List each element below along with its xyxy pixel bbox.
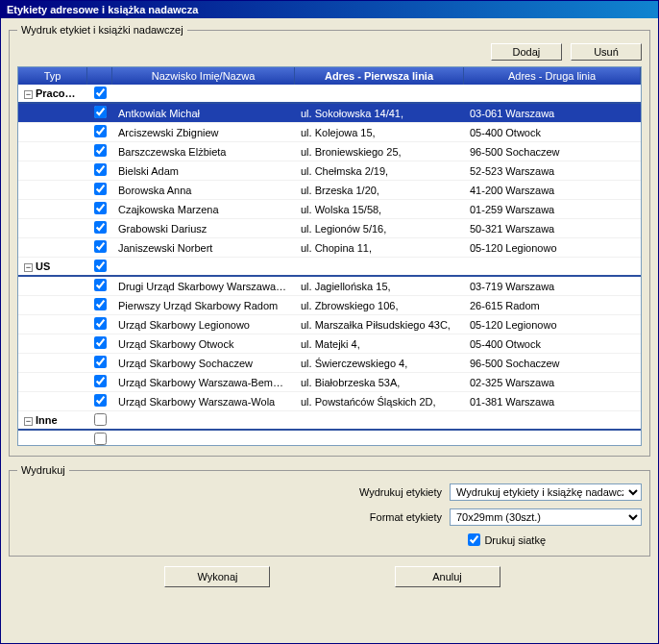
- execute-button[interactable]: Wykonaj: [164, 566, 270, 587]
- table-row[interactable]: Urząd Skarbowy Legionowoul. Marszałka Pi…: [18, 315, 641, 334]
- row-name: [112, 438, 295, 442]
- row-name: Urząd Skarbowy Warszawa-Bemowo: [112, 375, 295, 390]
- table-row[interactable]: Pierwszy Urząd Skarbowy Radomul. Zbrowsk…: [18, 296, 641, 315]
- row-adr1: [295, 438, 464, 442]
- grid-checkbox[interactable]: [468, 533, 480, 546]
- row-adr1: ul. Brzeska 1/20,: [295, 183, 464, 198]
- grid-label[interactable]: Drukuj siatkę: [484, 534, 546, 546]
- row-adr1: ul. Legionów 5/16,: [295, 221, 464, 236]
- col-adr1[interactable]: Adres - Pierwsza linia: [295, 67, 464, 85]
- row-name: Janiszewski Norbert: [112, 240, 295, 256]
- row-check-cell: [87, 354, 112, 372]
- row-checkbox[interactable]: [94, 106, 107, 118]
- row-name: Urząd Skarbowy Sochaczew: [112, 356, 295, 371]
- window: Etykiety adresowe i książka nadawcza Wyd…: [0, 0, 659, 644]
- row-check-cell: [87, 277, 112, 295]
- row-adr1: ul. Białobrzeska 53A,: [295, 375, 464, 390]
- row-check-cell: [87, 315, 112, 334]
- table-row[interactable]: Bielski Adamul. Chełmska 2/19,52-523 War…: [18, 161, 641, 181]
- table-row[interactable]: [18, 431, 641, 446]
- row-adr1: ul. Sokołowska 14/41,: [295, 106, 464, 121]
- group-checkbox[interactable]: [94, 413, 107, 426]
- row-check-cell: [87, 392, 112, 410]
- add-button[interactable]: Dodaj: [491, 43, 562, 61]
- group-row[interactable]: −Pracownik: [18, 85, 641, 104]
- row-checkbox[interactable]: [94, 163, 107, 176]
- row-adr1: ul. Powstańców Śląskich 2D,: [295, 394, 464, 409]
- print-label: Wydrukuj etykiety: [307, 486, 442, 498]
- row-adr2: 01-381 Warszawa: [464, 394, 641, 409]
- remove-button[interactable]: Usuń: [571, 43, 642, 61]
- row-adr2: 05-400 Otwock: [464, 336, 641, 352]
- row-checkbox[interactable]: [94, 183, 107, 195]
- format-select[interactable]: 70x29mm (30szt.): [450, 508, 642, 526]
- row-check-cell: [87, 161, 112, 180]
- grid-row: Drukuj siatkę: [17, 533, 642, 546]
- table-row[interactable]: Urząd Skarbowy Sochaczewul. Świerczewski…: [18, 354, 641, 373]
- col-typ[interactable]: Typ: [18, 67, 87, 85]
- group-checkbox[interactable]: [94, 87, 107, 99]
- row-adr2: 52-523 Warszawa: [464, 163, 641, 179]
- row-adr2: 03-719 Warszawa: [464, 279, 641, 294]
- table-row[interactable]: Urząd Skarbowy Otwockul. Matejki 4,05-40…: [18, 334, 641, 354]
- row-checkbox[interactable]: [94, 433, 107, 445]
- expander-icon[interactable]: −: [24, 417, 33, 426]
- group-label: −Pracownik: [18, 86, 87, 101]
- row-checkbox[interactable]: [94, 240, 107, 253]
- table-row[interactable]: Barszczewska Elżbietaul. Broniewskiego 2…: [18, 142, 641, 161]
- row-checkbox[interactable]: [94, 279, 107, 291]
- grid-body: −PracownikAntkowiak Michałul. Sokołowska…: [18, 85, 641, 446]
- table-row[interactable]: Borowska Annaul. Brzeska 1/20,41-200 War…: [18, 181, 641, 200]
- row-adr2: 50-321 Warszawa: [464, 221, 641, 236]
- group-row[interactable]: −Inne: [18, 411, 641, 431]
- format-label: Format etykiety: [307, 511, 442, 523]
- table-row[interactable]: Antkowiak Michałul. Sokołowska 14/41,03-…: [18, 104, 641, 123]
- row-name: Czajkowska Marzena: [112, 202, 295, 217]
- row-name: Grabowski Dariusz: [112, 221, 295, 236]
- table-row[interactable]: Drugi Urząd Skarbowy Warszawa-Śró...ul. …: [18, 277, 641, 296]
- output-group: Wydrukuj Wydrukuj etykiety Wydrukuj etyk…: [9, 464, 650, 557]
- print-group: Wydruk etykiet i książki nadawczej Dodaj…: [9, 24, 650, 457]
- row-check-cell: [87, 200, 112, 218]
- row-adr2: 03-061 Warszawa: [464, 106, 641, 121]
- row-checkbox[interactable]: [94, 356, 107, 368]
- row-checkbox[interactable]: [94, 298, 107, 310]
- window-title: Etykiety adresowe i książka nadawcza: [7, 4, 198, 15]
- row-checkbox[interactable]: [94, 375, 107, 387]
- row-checkbox[interactable]: [94, 394, 107, 407]
- row-name: Bielski Adam: [112, 163, 295, 179]
- row-name: Urząd Skarbowy Otwock: [112, 336, 295, 352]
- print-group-legend: Wydruk etykiet i książki nadawczej: [17, 24, 187, 36]
- group-checkbox[interactable]: [94, 260, 107, 272]
- print-select[interactable]: Wydrukuj etykiety i książkę nadawczą: [450, 483, 642, 501]
- group-row[interactable]: −US: [18, 258, 641, 277]
- table-row[interactable]: Urząd Skarbowy Warszawa-Wolaul. Powstańc…: [18, 392, 641, 411]
- table-row[interactable]: Janiszewski Norbertul. Chopina 11,05-120…: [18, 238, 641, 258]
- row-checkbox[interactable]: [94, 317, 107, 330]
- row-check-cell: [87, 431, 112, 446]
- row-name: Arciszewski Zbigniew: [112, 125, 295, 140]
- expander-icon[interactable]: −: [24, 263, 33, 272]
- row-adr2: [464, 438, 641, 442]
- col-adr2[interactable]: Adres - Druga linia: [464, 67, 641, 85]
- row-adr2: 96-500 Sochaczew: [464, 144, 641, 160]
- row-check-cell: [87, 334, 112, 353]
- row-checkbox[interactable]: [94, 202, 107, 214]
- expander-icon[interactable]: −: [24, 90, 33, 99]
- table-row[interactable]: Urząd Skarbowy Warszawa-Bemowoul. Białob…: [18, 373, 641, 392]
- table-row[interactable]: Grabowski Dariuszul. Legionów 5/16,50-32…: [18, 219, 641, 238]
- row-adr2: 02-325 Warszawa: [464, 375, 641, 390]
- row-checkbox[interactable]: [94, 221, 107, 234]
- col-check[interactable]: [87, 67, 112, 85]
- row-checkbox[interactable]: [94, 144, 107, 157]
- row-adr1: ul. Broniewskiego 25,: [295, 144, 464, 160]
- group-check-cell: [87, 411, 112, 430]
- row-adr1: ul. Świerczewskiego 4,: [295, 356, 464, 371]
- col-name[interactable]: Nazwisko Imię/Nazwa: [112, 67, 295, 85]
- table-row[interactable]: Czajkowska Marzenaul. Wolska 15/58,01-25…: [18, 200, 641, 219]
- row-checkbox[interactable]: [94, 336, 107, 349]
- table-row[interactable]: Arciszewski Zbigniewul. Kolejowa 15,05-4…: [18, 123, 641, 142]
- row-name: Antkowiak Michał: [112, 106, 295, 121]
- row-checkbox[interactable]: [94, 125, 107, 137]
- cancel-button[interactable]: Anuluj: [395, 566, 500, 587]
